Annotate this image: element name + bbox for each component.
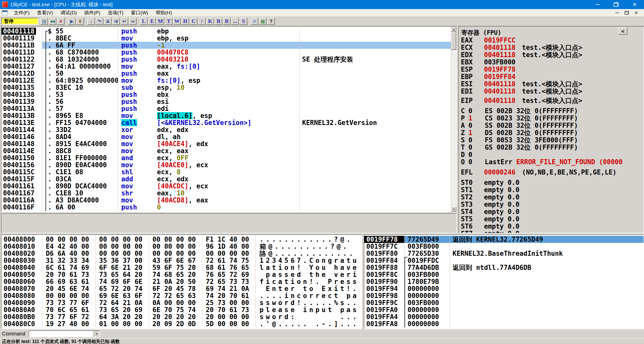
minimize-button[interactable]	[588, 0, 607, 9]
stack-row[interactable]: 0019FF7C003FB000	[364, 243, 643, 250]
dump-row[interactable]: 004080B073 77 6F 7264 3A 20 2020 20 20 2…	[2, 313, 362, 320]
animate-over-button[interactable]: ⇉	[112, 18, 120, 25]
command-combobox[interactable]: ▼	[29, 330, 100, 337]
disasm-row[interactable]: 00401119│. 8BECmovebp, esp	[2, 35, 451, 42]
disasm-row[interactable]: 00401150│. 81E1 FF000000andecx, 0FF	[2, 154, 451, 161]
window-windows-button[interactable]: W	[173, 18, 181, 25]
disasm-row[interactable]: 0040115C│. C1E1 08shlecx, 8	[2, 168, 451, 176]
dump-row[interactable]: 0040800000 00 00 0000 00 00 0000 00 00 0…	[2, 236, 362, 243]
disasm-row[interactable]: 00401135│. 83EC 10subesp, 10	[2, 84, 451, 91]
go-to-address-button[interactable]: ⇒	[129, 18, 137, 25]
dump-row[interactable]: 0040807020 45 6E 7465 72 20 746F 20 45 7…	[2, 285, 362, 292]
fpu-row[interactable]: ST5empty 0.0	[459, 216, 643, 223]
window-patches-button[interactable]: /	[198, 18, 206, 25]
window-cpu-button[interactable]: C	[190, 18, 197, 25]
disasm-row[interactable]: 0040113B│. 8965 E8mov[local.6], esp	[2, 112, 451, 119]
stack-row[interactable]: 0019FF901780E79B	[364, 278, 643, 285]
disasm-row[interactable]: 00401144│. 33D2xoredx, edx	[2, 126, 451, 133]
disasm-row[interactable]: 00401118┌$ 55pushebp	[2, 28, 451, 35]
stack-row[interactable]: 0019FF9C003FB000	[364, 299, 643, 306]
menu-item-plugins[interactable]: 插件(P)	[80, 9, 104, 17]
fpu-row[interactable]: ST7empty 0.0	[459, 230, 643, 233]
mdi-close-button[interactable]: ×	[631, 10, 641, 16]
disasm-row[interactable]: 0040116A│. A3 D8AC4000mov[40ACD8], eax	[2, 197, 451, 204]
window-breakpoints-button[interactable]: B	[215, 18, 222, 25]
menu-item-view[interactable]: 查看(V)	[33, 9, 57, 17]
command-input[interactable]	[29, 331, 93, 337]
disasm-row[interactable]: 00401148│. 8915 E4AC4000mov[40ACE4], edx	[2, 140, 451, 147]
menu-item-help[interactable]: 帮助(H)	[152, 9, 176, 17]
stack-row[interactable]: 0019FFA800000000	[364, 320, 643, 327]
fpu-row[interactable]: ST2empty 0.0	[459, 194, 643, 201]
menu-item-options[interactable]: 选项(T)	[104, 9, 127, 17]
eflags-row[interactable]: EFL00000246(NO,NB,E,BE,NS,PE,GE,LE)	[459, 169, 643, 176]
disasm-row[interactable]: 0040112D│. 50pusheax	[2, 70, 451, 77]
scroll-up-icon[interactable]: ▲	[451, 27, 456, 32]
disasm-row[interactable]: 0040111B│. 6A FFpush-1	[2, 42, 451, 49]
fpu-row[interactable]: ST4empty 0.0	[459, 208, 643, 216]
stack-row[interactable]: 0019FF7877265D49返回到 KERNEL32.77265D49	[364, 236, 643, 243]
window-runtrace-button[interactable]: ...	[231, 18, 239, 25]
step-over-button[interactable]: ↷	[96, 18, 103, 25]
disasm-row[interactable]: 00401138│. 53pushebx	[2, 91, 451, 98]
dump-row[interactable]: 004080C019 27 40 0001 00 00 0020 09 2D 0…	[2, 320, 362, 327]
appearance-button[interactable]: ▦	[259, 18, 267, 25]
stack-row[interactable]: 0019FFA000000000	[364, 306, 643, 313]
disasm-row[interactable]: 0040112E│. 64:8925 00000000movfs:[0], es…	[2, 77, 451, 84]
window-handles-button[interactable]: H	[181, 18, 189, 25]
register-row[interactable]: ECX00401118test.<模块入口点>	[459, 44, 643, 51]
scrollbar-thumb[interactable]	[451, 32, 456, 50]
disasm-row[interactable]: 00401146│. 8AD4movdl, ah	[2, 133, 451, 140]
flag-row[interactable]: A0SS 002B 32位 0(FFFFFFFF)	[459, 122, 643, 129]
fpu-row[interactable]: ST0empty 0.0	[459, 179, 643, 186]
disasm-row[interactable]: 0040115F│. 03CAaddecx, edx	[2, 176, 451, 183]
dump-row[interactable]: 004080A070 6C 65 6173 65 20 696E 70 75 7…	[2, 306, 362, 313]
flag-row[interactable]: Z1DS 002B 32位 0(FFFFFFFF)	[459, 129, 643, 137]
flag-row[interactable]: S0FS 0053 32位 3FE000(FFF)	[459, 137, 643, 144]
register-row[interactable]: EBX003FB000	[459, 59, 643, 66]
register-row[interactable]: EDI00401118test.<模块入口点>	[459, 88, 643, 95]
cpu-window-icon[interactable]	[2, 10, 8, 15]
execute-till-return-button[interactable]: ↵	[120, 18, 128, 25]
dump-row[interactable]: 004080406C 61 74 696F 6E 21 2059 6F 75 2…	[2, 264, 362, 271]
flag-row[interactable]: D0	[459, 151, 643, 158]
dump-row[interactable]: 0040809073 73 77 6F72 64 21 0A0A 00 00 0…	[2, 299, 362, 306]
stack-row[interactable]: 0019FFA400000000	[364, 313, 643, 320]
register-row[interactable]: EDX00401118test.<模块入口点>	[459, 51, 643, 59]
register-row[interactable]: ESP0019FF78	[459, 66, 643, 73]
disasm-row[interactable]: 00401156│. 890D E0AC4000mov[40ACE0], ecx	[2, 161, 451, 168]
close-button[interactable]: ×	[625, 0, 644, 9]
registers-collapse-button[interactable]: <	[618, 28, 627, 35]
register-row[interactable]: ESI00401118test.<模块入口点>	[459, 80, 643, 88]
command-dropdown-button[interactable]: ▼	[93, 331, 100, 337]
flag-row[interactable]: P1CS 0023 32位 0(FFFFFFFF)	[459, 115, 643, 122]
window-callstack-button[interactable]: K	[206, 18, 214, 25]
options-button[interactable]: ≡	[251, 18, 258, 25]
disasm-row[interactable]: 0040116F│. 6A 00push0	[2, 204, 451, 211]
mdi-minimize-button[interactable]	[612, 10, 622, 16]
stack-row[interactable]: 0019FF9400000000	[364, 285, 643, 292]
fpu-row[interactable]: ST1empty 0.0	[459, 186, 643, 194]
dump-row[interactable]: 0040805020 70 61 7373 65 64 2074 68 65 2…	[2, 271, 362, 278]
dump-row[interactable]: 0040803031 32 33 3435 36 37 0043 6F 6E 6…	[2, 257, 362, 264]
register-row[interactable]: EBP0019FF84	[459, 73, 643, 80]
eip-row[interactable]: EIP00401118test.<模块入口点>	[459, 97, 643, 104]
fpu-row[interactable]: ST6empty 0.0	[459, 223, 643, 230]
window-memory-button[interactable]: M	[156, 18, 164, 25]
flag-row[interactable]: C0ES 002B 32位 0(FFFFFFFF)	[459, 107, 643, 115]
restart-button[interactable]: ◀◀	[49, 18, 56, 25]
stack-row[interactable]: 0019FF8C003FB000	[364, 271, 643, 278]
disasm-row[interactable]: 0040111D│. 68 C8704000push004070C8	[2, 49, 451, 56]
disassembly-scrollbar[interactable]: ▲ ▼	[451, 27, 456, 212]
run-button[interactable]: ▶	[68, 18, 76, 25]
stack-row[interactable]: 0019FF8877A4D6DB返回到 ntdll.77A4D6DB	[364, 264, 643, 271]
restore-button[interactable]	[607, 0, 625, 9]
disasm-row[interactable]: 0040114E│. 8BC8movecx, eax	[2, 147, 451, 154]
step-into-button[interactable]: ↓	[87, 18, 95, 25]
disasm-row[interactable]: 00401122│. 68 10324000push00403210SE 处理程…	[2, 56, 451, 63]
register-row[interactable]: EAX0019FFCC	[459, 37, 643, 44]
stack-row[interactable]: 0019FF9800000000	[364, 292, 643, 299]
stack-row[interactable]: 0019FF8077265D30KERNEL32.BaseThreadInitT…	[364, 250, 643, 257]
menu-item-debug[interactable]: 调试(D)	[57, 9, 80, 17]
flag-row[interactable]: O0LastErr ERROR_FILE_NOT_FOUND (00000	[459, 158, 643, 166]
